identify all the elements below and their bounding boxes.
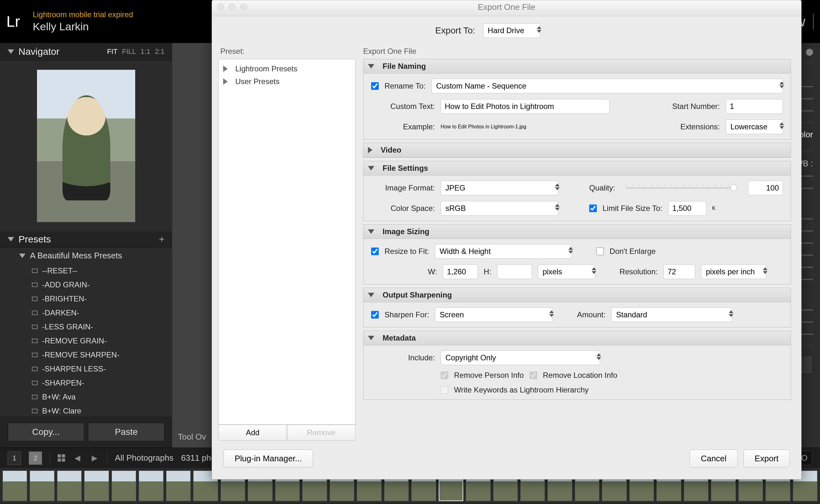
preset-item[interactable]: -ADD GRAIN- [32,278,172,292]
preset-column: Preset: Lightroom PresetsUser Presets Ad… [218,47,355,441]
nav-fill[interactable]: FILL [122,47,136,56]
sharpen-for-label: Sharpen For: [384,310,429,319]
copy-paste-row: Copy... Paste [0,416,172,448]
cancel-button[interactable]: Cancel [690,450,738,468]
preset-item[interactable]: -LESS GRAIN- [32,320,172,334]
rename-to-checkbox[interactable] [371,82,379,90]
filmstrip-thumbnail[interactable] [166,471,191,501]
preset-item[interactable]: B+W: Clare [32,404,172,416]
add-preset-button[interactable]: Add [218,425,287,441]
presets-header[interactable]: Presets + [0,231,172,248]
image-format-label: Image Format: [371,184,435,192]
export-to-select[interactable]: Hard Drive [483,23,541,38]
dialog-title-bar[interactable]: Export One File [212,0,801,16]
preview-thumbnail [37,69,135,222]
width-input[interactable] [443,264,478,279]
navigator-preview[interactable] [0,61,172,231]
window-controls[interactable] [217,4,247,11]
page-1-button[interactable]: 1 [8,451,21,465]
section-header-output-sharpening[interactable]: Output Sharpening [363,288,791,302]
next-arrow-icon[interactable]: ► [90,453,99,464]
minimize-icon[interactable] [228,4,236,11]
preset-item[interactable]: -SHARPEN- [32,376,172,390]
preset-item[interactable]: -BRIGHTEN- [32,292,172,306]
close-icon[interactable] [217,4,224,11]
example-label: Example: [371,122,435,131]
page-2-button[interactable]: 2 [29,451,42,465]
copy-button[interactable]: Copy... [8,423,84,441]
filmstrip-thumbnail[interactable] [139,471,163,501]
section-header-metadata[interactable]: Metadata [363,331,791,345]
section-header-image-sizing[interactable]: Image Sizing [363,225,791,239]
sharpen-amount-label: Amount: [577,310,606,319]
image-format-select[interactable]: JPEG [441,181,559,195]
limit-size-checkbox[interactable] [589,205,597,212]
preset-icon [32,325,38,329]
color-space-select[interactable]: sRGB [441,201,559,216]
preset-item[interactable]: -REMOVE GRAIN- [32,334,172,348]
section-header-video[interactable]: Video [363,143,791,157]
section-header-file-naming[interactable]: File Naming [363,59,791,74]
preset-item[interactable]: --RESET-- [32,264,172,278]
preset-tree[interactable]: Lightroom PresetsUser Presets [218,59,355,425]
nav-1to1[interactable]: 1:1 [141,47,150,56]
zoom-icon[interactable] [240,4,247,11]
extensions-label: Extensions: [680,122,720,131]
resize-mode-select[interactable]: Width & Height [435,244,572,259]
nav-2to1[interactable]: 2:1 [155,47,164,56]
filmstrip-thumbnail[interactable] [84,471,109,501]
chevron-down-icon [368,229,374,234]
brush-icon[interactable] [806,49,813,56]
preset-actions: Add Remove [218,425,355,441]
preset-tree-node[interactable]: Lightroom Presets [223,62,351,75]
extensions-select[interactable]: Lowercase [726,119,783,134]
sharpen-amount-select[interactable]: Standard [611,307,732,322]
custom-text-input[interactable] [441,99,610,114]
preset-item[interactable]: B+W: Ava [32,390,172,404]
metadata-include-select[interactable]: Copyright Only [441,350,600,365]
filmstrip-thumbnail[interactable] [30,471,54,501]
start-number-label: Start Number: [672,102,720,111]
navigator-zoom-options[interactable]: FIT FILL 1:1 2:1 [107,47,164,56]
preset-item[interactable]: -DARKEN- [32,306,172,320]
dont-enlarge-checkbox[interactable] [596,248,604,255]
quality-input[interactable] [748,181,783,195]
quality-slider[interactable] [626,187,737,189]
preset-icon [32,339,38,343]
settings-scroll[interactable]: File Naming Rename To: Custom Name - Seq… [363,59,795,438]
grid-icon[interactable] [58,454,65,462]
sharpen-for-select[interactable]: Screen [435,307,553,322]
resize-checkbox[interactable] [371,248,379,255]
preset-tree-node[interactable]: User Presets [223,75,351,88]
section-title: File Naming [382,62,426,71]
quality-label: Quality: [589,184,615,192]
preset-item-label: -REMOVE SHARPEN- [42,350,120,359]
chevron-down-icon [368,293,374,297]
nav-fit[interactable]: FIT [107,47,118,56]
section-header-file-settings[interactable]: File Settings [363,161,791,176]
preset-item-label: -LESS GRAIN- [42,322,93,331]
limit-size-unit: K [712,205,716,211]
collection-name[interactable]: All Photographs [115,453,173,463]
limit-size-input[interactable] [668,201,707,216]
navigator-header[interactable]: Navigator FIT FILL 1:1 2:1 [0,43,172,61]
preset-item[interactable]: -REMOVE SHARPEN- [32,348,172,362]
resolution-input[interactable] [664,264,695,279]
prev-arrow-icon[interactable]: ◄ [73,453,82,464]
filmstrip-thumbnail[interactable] [112,471,136,501]
export-button[interactable]: Export [744,450,790,468]
size-unit-select[interactable]: pixels [538,264,595,279]
filmstrip-thumbnail[interactable] [3,471,27,501]
rename-template-select[interactable]: Custom Name - Sequence [432,79,783,93]
chevron-down-icon [8,237,14,241]
plus-icon[interactable]: + [159,234,164,245]
preset-folder[interactable]: A Beautiful Mess Presets [0,248,172,264]
paste-button[interactable]: Paste [88,423,164,441]
sharpen-checkbox[interactable] [371,311,379,319]
resolution-unit-select[interactable]: pixels per inch [701,264,766,279]
start-number-input[interactable] [726,99,783,114]
filmstrip-thumbnail[interactable] [57,471,82,501]
height-input[interactable] [497,264,532,279]
plugin-manager-button[interactable]: Plug-in Manager... [223,450,313,468]
preset-item[interactable]: -SHARPEN LESS- [32,362,172,376]
